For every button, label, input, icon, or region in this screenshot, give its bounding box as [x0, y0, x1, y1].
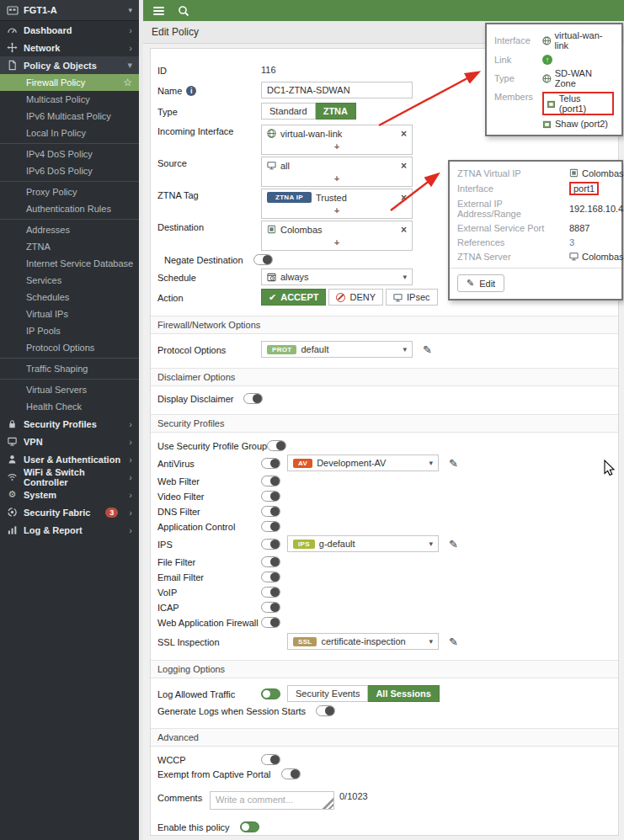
destination-entry[interactable]: Colombas × — [262, 221, 412, 237]
sidebar-item-internet-service-database[interactable]: Internet Service Database — [0, 255, 139, 272]
sidebar-item-proxy-policy[interactable]: Proxy Policy — [0, 183, 139, 200]
add-entry-button[interactable]: + — [262, 237, 412, 250]
ztna-virtual-ip-label: ZTNA Virtual IP — [457, 168, 565, 178]
add-entry-button[interactable]: + — [262, 205, 412, 218]
voip-toggle[interactable] — [261, 587, 280, 598]
email-filter-toggle[interactable] — [261, 572, 280, 582]
sidebar-item-local-in-policy[interactable]: Local In Policy — [0, 125, 139, 141]
sidebar-item-schedules[interactable]: Schedules — [0, 289, 139, 306]
sidebar-item-wifi-switch-controller[interactable]: WiFi & Switch Controller › — [0, 468, 139, 486]
sidebar-item-network[interactable]: Network › — [0, 39, 139, 56]
vip-interface-highlight: port1 — [569, 182, 599, 195]
sidebar-item-authentication-rules[interactable]: Authentication Rules — [0, 200, 139, 217]
action-accept-button[interactable]: ✔ ACCEPT — [261, 289, 326, 306]
add-entry-button[interactable]: + — [262, 141, 412, 154]
remove-icon[interactable]: × — [401, 194, 407, 202]
sidebar-item-virtual-servers[interactable]: Virtual Servers — [0, 381, 139, 398]
sidebar-item-security-fabric[interactable]: Security Fabric 3 › — [0, 503, 139, 521]
references-link[interactable]: 3 — [569, 237, 574, 247]
protocol-options-select[interactable]: PROT default ▾ — [261, 341, 413, 358]
ztna-tag-box: ZTNA IP Trusted × + — [261, 189, 413, 219]
hamburger-menu-icon[interactable] — [153, 7, 164, 15]
exempt-captive-portal-toggle[interactable] — [281, 768, 301, 779]
chevron-right-icon: › — [129, 43, 132, 53]
sidebar-item-dashboard[interactable]: Dashboard › — [0, 21, 139, 39]
schedule-select[interactable]: always ▾ — [261, 268, 413, 285]
antivirus-select[interactable]: AV Development-AV ▾ — [287, 455, 439, 471]
generate-logs-toggle[interactable] — [316, 705, 335, 716]
remove-icon[interactable]: × — [401, 226, 407, 234]
dns-filter-label: DNS Filter — [157, 505, 261, 517]
wccp-toggle[interactable] — [261, 754, 280, 765]
type-ztna-button[interactable]: ZTNA — [316, 103, 356, 120]
ztna-tag-entry[interactable]: ZTNA IP Trusted × — [262, 189, 412, 205]
web-filter-label: Web Filter — [157, 475, 261, 486]
use-security-profile-group-label: Use Security Profile Group — [157, 439, 267, 451]
sidebar-item-system[interactable]: ⚙ System › — [0, 486, 139, 503]
web-application-firewall-toggle[interactable] — [261, 617, 280, 628]
sidebar-item-ipv6-dos-policy[interactable]: IPv6 DoS Policy — [0, 162, 139, 179]
edit-pencil-icon[interactable]: ✎ — [449, 538, 458, 550]
security-fabric-icon — [7, 507, 18, 518]
ssl-inspection-select[interactable]: SSL certificate-inspection ▾ — [287, 633, 439, 650]
sidebar-item-ipv6-multicast-policy[interactable]: IPv6 Multicast Policy — [0, 108, 139, 125]
web-filter-toggle[interactable] — [261, 476, 280, 486]
dns-filter-toggle[interactable] — [261, 506, 280, 517]
comments-textarea[interactable] — [210, 791, 334, 810]
name-input[interactable] — [261, 82, 413, 98]
display-disclaimer-label: Display Disclaimer — [157, 394, 233, 404]
sidebar-item-traffic-shaping[interactable]: Traffic Shaping — [0, 360, 139, 377]
application-control-toggle[interactable] — [261, 521, 280, 532]
sidebar-item-security-profiles[interactable]: Security Profiles › — [0, 415, 139, 433]
display-disclaimer-toggle[interactable] — [243, 393, 263, 404]
enable-policy-toggle[interactable] — [240, 821, 259, 832]
sidebar-item-user-authentication[interactable]: User & Authentication › — [0, 450, 139, 468]
sidebar-item-vpn[interactable]: VPN › — [0, 433, 139, 450]
favorite-star-icon[interactable]: ☆ — [123, 74, 132, 91]
edit-pencil-icon[interactable]: ✎ — [449, 457, 458, 470]
sidebar-scrollbar-gutter[interactable] — [139, 0, 143, 840]
action-ipsec-button[interactable]: IPsec — [386, 289, 438, 306]
remove-icon[interactable]: × — [401, 130, 407, 138]
ssl-badge: SSL — [293, 637, 317, 646]
sidebar-item-services[interactable]: Services — [0, 272, 139, 289]
negate-destination-toggle[interactable] — [253, 254, 273, 265]
search-icon[interactable] — [178, 5, 189, 17]
file-filter-toggle[interactable] — [261, 556, 280, 567]
sidebar-item-ip-pools[interactable]: IP Pools — [0, 322, 139, 339]
edit-button[interactable]: ✎ Edit — [457, 274, 504, 292]
file-filter-label: File Filter — [157, 556, 261, 567]
sidebar-item-policy-objects[interactable]: Policy & Objects ▾ — [0, 56, 139, 74]
sidebar-item-ztna[interactable]: ZTNA — [0, 238, 139, 255]
id-value: 116 — [261, 65, 276, 75]
type-standard-button[interactable]: Standard — [261, 103, 316, 120]
sidebar-item-virtual-ips[interactable]: Virtual IPs — [0, 306, 139, 322]
section-advanced: Advanced — [151, 728, 618, 747]
video-filter-toggle[interactable] — [261, 491, 280, 502]
sidebar-item-protocol-options[interactable]: Protocol Options — [0, 339, 139, 356]
ips-select[interactable]: IPS g-default ▾ — [287, 535, 439, 552]
action-deny-button[interactable]: DENY — [328, 289, 383, 306]
edit-pencil-icon[interactable]: ✎ — [423, 343, 432, 356]
sidebar-item-firewall-policy[interactable]: Firewall Policy ☆ — [0, 74, 139, 91]
ips-toggle[interactable] — [261, 539, 280, 550]
sidebar-item-health-check[interactable]: Health Check — [0, 398, 139, 415]
log-allowed-traffic-toggle[interactable] — [261, 688, 280, 699]
edit-pencil-icon[interactable]: ✎ — [449, 635, 458, 648]
schedule-label: Schedule — [157, 271, 261, 283]
icap-toggle[interactable] — [261, 602, 280, 613]
incoming-interface-entry[interactable]: virtual-wan-link × — [262, 125, 412, 141]
security-events-button[interactable]: Security Events — [287, 685, 368, 702]
all-sessions-button[interactable]: All Sessions — [368, 685, 439, 702]
remove-icon[interactable]: × — [401, 162, 407, 170]
sidebar-item-multicast-policy[interactable]: Multicast Policy — [0, 91, 139, 108]
sidebar-item-log-report[interactable]: Log & Report › — [0, 521, 139, 539]
add-entry-button[interactable]: + — [262, 173, 412, 186]
antivirus-toggle[interactable] — [261, 458, 280, 469]
sidebar-item-ipv4-dos-policy[interactable]: IPv4 DoS Policy — [0, 146, 139, 162]
use-security-profile-group-toggle[interactable] — [267, 440, 286, 451]
section-security-profiles: Security Profiles — [151, 414, 618, 433]
hostname-selector[interactable]: FGT1-A ▾ — [0, 0, 139, 21]
sidebar-item-addresses[interactable]: Addresses — [0, 221, 139, 238]
source-entry[interactable]: all × — [262, 157, 412, 173]
